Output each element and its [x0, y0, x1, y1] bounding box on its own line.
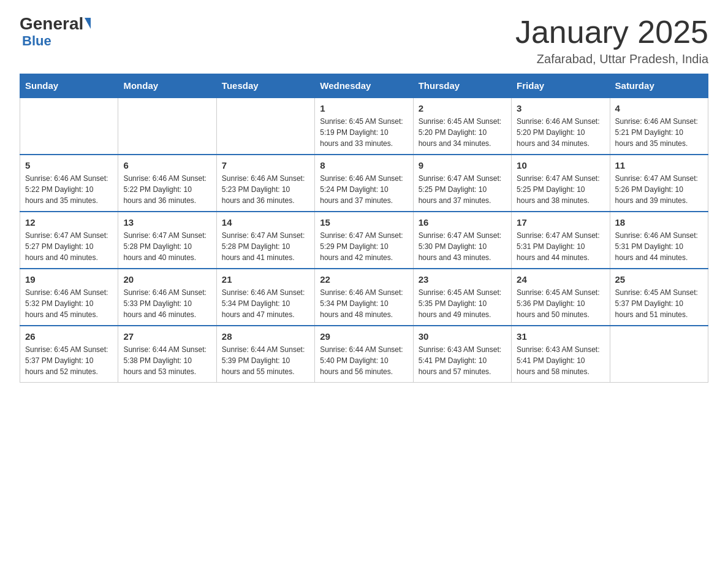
day-info: Sunrise: 6:43 AM Sunset: 5:41 PM Dayligh…: [517, 344, 604, 377]
day-number: 2: [419, 103, 506, 113]
day-number: 15: [320, 217, 408, 228]
day-info: Sunrise: 6:43 AM Sunset: 5:41 PM Dayligh…: [419, 344, 506, 377]
calendar-title: January 2025: [515, 15, 708, 50]
calendar-cell: [610, 326, 708, 383]
day-number: 14: [222, 217, 309, 228]
calendar-cell: 26Sunrise: 6:45 AM Sunset: 5:37 PM Dayli…: [20, 326, 118, 383]
day-number: 12: [25, 217, 113, 228]
day-number: 7: [222, 160, 309, 170]
day-info: Sunrise: 6:47 AM Sunset: 5:26 PM Dayligh…: [615, 173, 703, 206]
day-number: 29: [320, 331, 408, 342]
calendar-week-5: 26Sunrise: 6:45 AM Sunset: 5:37 PM Dayli…: [20, 326, 708, 383]
day-info: Sunrise: 6:47 AM Sunset: 5:30 PM Dayligh…: [419, 230, 506, 263]
day-number: 23: [419, 274, 506, 285]
calendar-cell: 10Sunrise: 6:47 AM Sunset: 5:25 PM Dayli…: [512, 155, 610, 212]
calendar-cell: 20Sunrise: 6:46 AM Sunset: 5:33 PM Dayli…: [118, 269, 216, 326]
day-number: 17: [517, 217, 604, 228]
calendar-cell: 17Sunrise: 6:47 AM Sunset: 5:31 PM Dayli…: [512, 212, 610, 269]
day-info: Sunrise: 6:44 AM Sunset: 5:40 PM Dayligh…: [320, 344, 408, 377]
day-info: Sunrise: 6:45 AM Sunset: 5:35 PM Dayligh…: [419, 287, 506, 320]
calendar-cell: 15Sunrise: 6:47 AM Sunset: 5:29 PM Dayli…: [315, 212, 413, 269]
day-info: Sunrise: 6:46 AM Sunset: 5:20 PM Dayligh…: [517, 116, 604, 149]
calendar-cell: 28Sunrise: 6:44 AM Sunset: 5:39 PM Dayli…: [216, 326, 314, 383]
day-info: Sunrise: 6:47 AM Sunset: 5:25 PM Dayligh…: [517, 173, 604, 206]
day-number: 11: [615, 160, 703, 170]
day-info: Sunrise: 6:47 AM Sunset: 5:28 PM Dayligh…: [123, 230, 211, 263]
calendar-week-4: 19Sunrise: 6:46 AM Sunset: 5:32 PM Dayli…: [20, 269, 708, 326]
calendar-subtitle: Zafarabad, Uttar Pradesh, India: [515, 52, 708, 66]
day-number: 28: [222, 331, 309, 342]
calendar-cell: 21Sunrise: 6:46 AM Sunset: 5:34 PM Dayli…: [216, 269, 314, 326]
day-number: 10: [517, 160, 604, 170]
calendar-week-2: 5Sunrise: 6:46 AM Sunset: 5:22 PM Daylig…: [20, 155, 708, 212]
calendar-cell: 3Sunrise: 6:46 AM Sunset: 5:20 PM Daylig…: [512, 98, 610, 155]
calendar-cell: 12Sunrise: 6:47 AM Sunset: 5:27 PM Dayli…: [20, 212, 118, 269]
day-info: Sunrise: 6:46 AM Sunset: 5:31 PM Dayligh…: [615, 230, 703, 263]
calendar-cell: 13Sunrise: 6:47 AM Sunset: 5:28 PM Dayli…: [118, 212, 216, 269]
day-info: Sunrise: 6:46 AM Sunset: 5:34 PM Dayligh…: [222, 287, 309, 320]
calendar-cell: 2Sunrise: 6:45 AM Sunset: 5:20 PM Daylig…: [413, 98, 511, 155]
day-info: Sunrise: 6:45 AM Sunset: 5:19 PM Dayligh…: [320, 116, 408, 149]
calendar-week-3: 12Sunrise: 6:47 AM Sunset: 5:27 PM Dayli…: [20, 212, 708, 269]
day-number: 21: [222, 274, 309, 285]
col-tuesday: Tuesday: [216, 74, 314, 98]
calendar-cell: 4Sunrise: 6:46 AM Sunset: 5:21 PM Daylig…: [610, 98, 708, 155]
day-number: 16: [419, 217, 506, 228]
day-number: 26: [25, 331, 113, 342]
day-number: 19: [25, 274, 113, 285]
calendar-cell: 27Sunrise: 6:44 AM Sunset: 5:38 PM Dayli…: [118, 326, 216, 383]
day-number: 31: [517, 331, 604, 342]
day-info: Sunrise: 6:45 AM Sunset: 5:37 PM Dayligh…: [615, 287, 703, 320]
day-info: Sunrise: 6:46 AM Sunset: 5:21 PM Dayligh…: [615, 116, 703, 149]
calendar-header-row: Sunday Monday Tuesday Wednesday Thursday…: [20, 74, 708, 98]
day-info: Sunrise: 6:45 AM Sunset: 5:37 PM Dayligh…: [25, 344, 113, 377]
day-number: 8: [320, 160, 408, 170]
logo: General Blue: [20, 15, 91, 48]
day-info: Sunrise: 6:46 AM Sunset: 5:33 PM Dayligh…: [123, 287, 211, 320]
calendar-cell: 1Sunrise: 6:45 AM Sunset: 5:19 PM Daylig…: [315, 98, 413, 155]
calendar-cell: 8Sunrise: 6:46 AM Sunset: 5:24 PM Daylig…: [315, 155, 413, 212]
calendar-table: Sunday Monday Tuesday Wednesday Thursday…: [20, 74, 708, 383]
calendar-week-1: 1Sunrise: 6:45 AM Sunset: 5:19 PM Daylig…: [20, 98, 708, 155]
calendar-cell: [216, 98, 314, 155]
day-info: Sunrise: 6:46 AM Sunset: 5:22 PM Dayligh…: [25, 173, 113, 206]
logo-blue-text: Blue: [22, 34, 51, 48]
day-number: 18: [615, 217, 703, 228]
logo-general-text: General: [20, 15, 83, 34]
calendar-cell: 7Sunrise: 6:46 AM Sunset: 5:23 PM Daylig…: [216, 155, 314, 212]
day-number: 24: [517, 274, 604, 285]
day-info: Sunrise: 6:45 AM Sunset: 5:20 PM Dayligh…: [419, 116, 506, 149]
col-friday: Friday: [512, 74, 610, 98]
col-monday: Monday: [118, 74, 216, 98]
calendar-cell: 24Sunrise: 6:45 AM Sunset: 5:36 PM Dayli…: [512, 269, 610, 326]
calendar-cell: 29Sunrise: 6:44 AM Sunset: 5:40 PM Dayli…: [315, 326, 413, 383]
day-info: Sunrise: 6:47 AM Sunset: 5:27 PM Dayligh…: [25, 230, 113, 263]
calendar-cell: 11Sunrise: 6:47 AM Sunset: 5:26 PM Dayli…: [610, 155, 708, 212]
calendar-cell: 22Sunrise: 6:46 AM Sunset: 5:34 PM Dayli…: [315, 269, 413, 326]
day-info: Sunrise: 6:46 AM Sunset: 5:22 PM Dayligh…: [123, 173, 211, 206]
calendar-cell: [20, 98, 118, 155]
day-number: 9: [419, 160, 506, 170]
calendar-cell: 9Sunrise: 6:47 AM Sunset: 5:25 PM Daylig…: [413, 155, 511, 212]
col-sunday: Sunday: [20, 74, 118, 98]
day-info: Sunrise: 6:47 AM Sunset: 5:31 PM Dayligh…: [517, 230, 604, 263]
day-number: 20: [123, 274, 211, 285]
day-info: Sunrise: 6:47 AM Sunset: 5:25 PM Dayligh…: [419, 173, 506, 206]
day-info: Sunrise: 6:46 AM Sunset: 5:24 PM Dayligh…: [320, 173, 408, 206]
day-number: 6: [123, 160, 211, 170]
day-number: 30: [419, 331, 506, 342]
day-number: 5: [25, 160, 113, 170]
calendar-cell: 23Sunrise: 6:45 AM Sunset: 5:35 PM Dayli…: [413, 269, 511, 326]
calendar-cell: 18Sunrise: 6:46 AM Sunset: 5:31 PM Dayli…: [610, 212, 708, 269]
calendar-cell: 5Sunrise: 6:46 AM Sunset: 5:22 PM Daylig…: [20, 155, 118, 212]
page-header: General Blue January 2025 Zafarabad, Utt…: [20, 15, 708, 66]
day-info: Sunrise: 6:45 AM Sunset: 5:36 PM Dayligh…: [517, 287, 604, 320]
calendar-cell: 16Sunrise: 6:47 AM Sunset: 5:30 PM Dayli…: [413, 212, 511, 269]
day-info: Sunrise: 6:46 AM Sunset: 5:23 PM Dayligh…: [222, 173, 309, 206]
day-info: Sunrise: 6:47 AM Sunset: 5:29 PM Dayligh…: [320, 230, 408, 263]
day-number: 27: [123, 331, 211, 342]
day-info: Sunrise: 6:44 AM Sunset: 5:39 PM Dayligh…: [222, 344, 309, 377]
calendar-cell: 14Sunrise: 6:47 AM Sunset: 5:28 PM Dayli…: [216, 212, 314, 269]
calendar-cell: 6Sunrise: 6:46 AM Sunset: 5:22 PM Daylig…: [118, 155, 216, 212]
calendar-cell: [118, 98, 216, 155]
